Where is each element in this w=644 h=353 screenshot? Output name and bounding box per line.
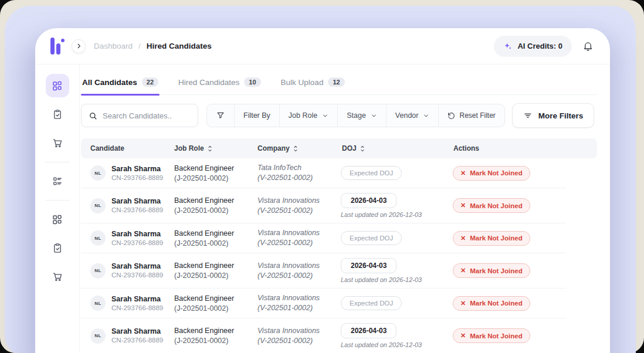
- job-role-name: Backend Engineer: [174, 229, 257, 239]
- candidate-cell: NL Sarah Sharma CN-293766-8889: [81, 262, 174, 280]
- job-role-cell: Backend Engineer (J-202501-0002): [174, 326, 257, 345]
- candidates-table: Candidate Job Role Company: [81, 138, 597, 353]
- company-cell: Vistara Innovations (V-202501-0002): [257, 196, 338, 216]
- doj-cell: 2026-04-03 Last updated on 2026-12-03: [338, 323, 444, 348]
- column-header-job-role[interactable]: Job Role: [174, 144, 257, 152]
- expected-doj-chip[interactable]: Expected DOJ: [341, 166, 402, 180]
- candidate-name: Sarah Sharma: [111, 262, 163, 271]
- mark-not-joined-button[interactable]: ✕ Mark Not Joined: [453, 166, 530, 181]
- chevron-right-icon: [76, 43, 82, 49]
- chevron-down-icon: [371, 113, 377, 119]
- dashboard-grid-icon: [51, 80, 63, 92]
- mark-not-joined-button[interactable]: ✕ Mark Not Joined: [453, 328, 530, 343]
- column-label: Company: [257, 144, 290, 152]
- column-header-doj[interactable]: DOJ: [338, 144, 444, 152]
- doj-last-updated: Last updated on 2026-12-03: [341, 211, 444, 218]
- sidebar-item-cart-2[interactable]: [46, 265, 69, 288]
- list-details-icon: [52, 175, 63, 187]
- doj-date-chip[interactable]: 2026-04-03: [341, 323, 396, 338]
- table-row: NL Sarah Sharma CN-293766-8889 Backend E…: [81, 253, 566, 288]
- doj-cell: Expected DOJ: [338, 231, 444, 245]
- candidate-cell: NL Sarah Sharma CN-293766-8889: [81, 294, 174, 313]
- doj-date-chip[interactable]: 2026-04-03: [341, 193, 396, 208]
- sidebar-collapse-button[interactable]: [72, 39, 86, 53]
- sidebar-divider: [45, 200, 70, 201]
- search-input[interactable]: [103, 111, 191, 120]
- ai-credits-button[interactable]: AI Credits: 0: [494, 36, 572, 57]
- search-box: [81, 104, 198, 127]
- doj-date-wrap: 2026-04-03 Last updated on 2026-12-03: [341, 195, 444, 218]
- clipboard-check-icon: [52, 108, 63, 120]
- filter-dropdown-job-role[interactable]: Job Role: [280, 104, 338, 127]
- mark-not-joined-button[interactable]: ✕ Mark Not Joined: [453, 198, 530, 213]
- company-name: Vistara Innovations: [257, 261, 338, 271]
- job-role-code: (J-202501-0002): [174, 174, 257, 183]
- sidebar: [35, 65, 80, 353]
- sidebar-item-tasks[interactable]: [46, 103, 69, 126]
- tab-bulk-upload[interactable]: Bulk Upload 12: [280, 74, 346, 94]
- more-filters-button[interactable]: More Filters: [512, 103, 595, 128]
- table-body: NL Sarah Sharma CN-293766-8889 Backend E…: [81, 158, 566, 353]
- column-header-company[interactable]: Company: [257, 144, 338, 152]
- company-code: (V-202501-0002): [257, 336, 338, 346]
- sidebar-item-cart[interactable]: [46, 131, 69, 155]
- actions-cell: ✕ Mark Not Joined: [444, 328, 566, 343]
- candidate-name: Sarah Sharma: [111, 164, 163, 174]
- candidate-name: Sarah Sharma: [111, 229, 163, 239]
- filter-dropdown-stage[interactable]: Stage: [338, 104, 387, 127]
- sort-icon[interactable]: [293, 145, 299, 152]
- candidate-id: CN-293766-8889: [111, 336, 163, 345]
- doj-date-chip[interactable]: 2026-04-03: [341, 258, 396, 273]
- hi-logo[interactable]: [49, 38, 65, 55]
- filter-by-label: Filter By: [235, 104, 280, 127]
- company-code: (V-202501-0002): [257, 206, 338, 216]
- avatar: NL: [90, 230, 106, 246]
- doj-cell: 2026-04-03 Last updated on 2026-12-03: [338, 258, 444, 283]
- mark-not-joined-button[interactable]: ✕ Mark Not Joined: [453, 263, 530, 278]
- actions-cell: ✕ Mark Not Joined: [444, 231, 566, 246]
- reset-filter-label: Reset Filter: [459, 111, 495, 120]
- tab-hired-candidates[interactable]: Hired Candidates 10: [177, 74, 262, 94]
- x-icon: ✕: [460, 235, 466, 242]
- doj-cell: Expected DOJ: [338, 166, 444, 180]
- toolbar: Filter By Job Role Stage Ve: [81, 103, 597, 128]
- expected-doj-chip[interactable]: Expected DOJ: [341, 231, 402, 245]
- actions-cell: ✕ Mark Not Joined: [444, 198, 566, 213]
- company-cell: Vistara Innovations (V-202501-0002): [257, 261, 338, 281]
- avatar: NL: [90, 198, 106, 213]
- breadcrumb-dashboard[interactable]: Dashboard: [94, 42, 133, 50]
- mark-not-joined-label: Mark Not Joined: [470, 267, 522, 274]
- sidebar-divider: [45, 162, 70, 162]
- reset-filter-button[interactable]: Reset Filter: [439, 104, 504, 127]
- column-header-candidate: Candidate: [81, 144, 174, 152]
- candidate-cell: NL Sarah Sharma CN-293766-8889: [81, 164, 174, 182]
- clipboard-check-icon: [52, 242, 63, 254]
- mark-not-joined-button[interactable]: ✕ Mark Not Joined: [453, 296, 530, 311]
- filter-dropdown-vendor[interactable]: Vendor: [387, 104, 439, 127]
- candidate-id: CN-293766-8889: [111, 174, 163, 182]
- shopping-cart-icon: [52, 271, 63, 283]
- dropdown-label: Vendor: [395, 111, 419, 120]
- rotate-ccw-icon: [448, 112, 455, 120]
- x-icon: ✕: [460, 300, 466, 307]
- company-code: (V-202501-0002): [257, 238, 338, 248]
- doj-last-updated: Last updated on 2026-12-03: [341, 276, 444, 283]
- expected-doj-chip[interactable]: Expected DOJ: [341, 296, 402, 310]
- logo-bar: [50, 38, 55, 55]
- mark-not-joined-button[interactable]: ✕ Mark Not Joined: [453, 231, 530, 246]
- sidebar-item-tasks-2[interactable]: [46, 236, 69, 260]
- sort-icon[interactable]: [207, 145, 213, 152]
- sort-icon[interactable]: [360, 145, 365, 152]
- x-icon: ✕: [460, 332, 466, 340]
- funnel-icon: [207, 104, 235, 127]
- sidebar-item-dashboard-2[interactable]: [46, 208, 69, 231]
- sidebar-item-list-details[interactable]: [46, 169, 69, 193]
- job-role-code: (J-202501-0002): [174, 304, 257, 313]
- candidate-id: CN-293766-8889: [111, 271, 163, 280]
- tab-all-candidates[interactable]: All Candidates 22: [81, 74, 160, 94]
- sidebar-item-dashboard[interactable]: [46, 74, 69, 97]
- x-icon: ✕: [460, 202, 466, 209]
- bell-icon[interactable]: [582, 40, 594, 52]
- company-name: Vistara Innovations: [257, 293, 338, 303]
- tab-bar: All Candidates 22 Hired Candidates 10 Bu…: [81, 73, 597, 95]
